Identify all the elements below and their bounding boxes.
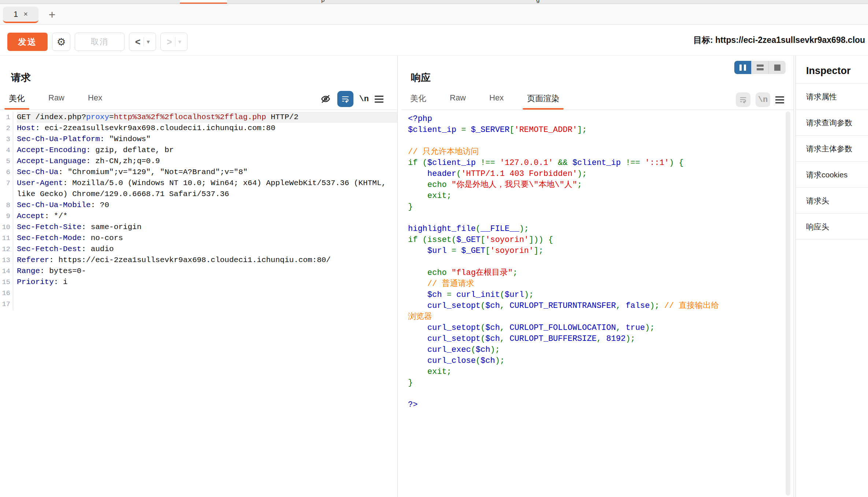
- request-panel: 请求 美化RawHex \n: [0, 56, 398, 497]
- request-line[interactable]: 6Sec-Ch-Ua: "Chromium";v="129", "Not=A?B…: [0, 167, 397, 178]
- request-line[interactable]: 8Sec-Ch-Ua-Mobile: ?0: [0, 200, 397, 211]
- inspector-item-响应头[interactable]: 响应头: [796, 214, 868, 240]
- square-icon: [774, 65, 780, 71]
- cancel-button[interactable]: 取消: [75, 33, 125, 51]
- line-number: 17: [0, 299, 13, 310]
- gear-icon: ⚙: [56, 36, 66, 48]
- plus-icon: +: [49, 8, 56, 22]
- response-code-line: curl_setopt($ch, CURLOPT_RETURNTRANSFER,…: [408, 301, 794, 312]
- line-text: Host: eci-2zea1sullsevkr9ax698.cloudeci1…: [17, 123, 397, 134]
- vertical-scrollbar[interactable]: [786, 111, 790, 496]
- tab-Hex[interactable]: Hex: [84, 93, 106, 109]
- fuzzer-tab-1[interactable]: 1 ×: [3, 7, 38, 23]
- line-number: 9: [0, 211, 13, 222]
- menu-icon[interactable]: [775, 96, 784, 103]
- pause-icon: [738, 65, 747, 71]
- request-line[interactable]: 10Sec-Fetch-Site: same-origin: [0, 222, 397, 233]
- request-line[interactable]: 3Sec-Ch-Ua-Platform: "Windows": [0, 134, 397, 145]
- add-tab-button[interactable]: +: [45, 7, 59, 22]
- inspector-panel: Inspector 请求属性请求查询参数请求主体参数请求cookies请求头响应…: [795, 56, 868, 497]
- request-line[interactable]: 17: [0, 299, 397, 310]
- tab-页面渲染[interactable]: 页面渲染: [523, 93, 563, 109]
- app-window: p g 1 × + 发送 ⚙ 取消 < ▼ > ▼ 目标: https://ec…: [0, 0, 868, 497]
- line-text: User-Agent: Mozilla/5.0 (Windows NT 10.0…: [17, 178, 397, 189]
- request-line[interactable]: 16: [0, 288, 397, 299]
- inspector-item-请求查询参数[interactable]: 请求查询参数: [796, 110, 868, 136]
- request-line[interactable]: 4Accept-Encoding: gzip, deflate, br: [0, 145, 397, 156]
- response-code-line: echo "flag在根目录";: [408, 268, 794, 279]
- newline-icon[interactable]: \n: [359, 95, 369, 104]
- history-back-button[interactable]: < ▼: [129, 33, 156, 51]
- inspector-items: 请求属性请求查询参数请求主体参数请求cookies请求头响应头: [796, 83, 868, 240]
- response-code-line: }: [408, 202, 794, 213]
- history-forward-button[interactable]: > ▼: [160, 33, 188, 51]
- line-number: [0, 189, 13, 200]
- line-text: GET /index.php?proxy=http%3a%2f%2flocalh…: [17, 112, 397, 123]
- request-line[interactable]: 5Accept-Language: zh-CN,zh;q=0.9: [0, 156, 397, 167]
- chevron-left-icon: <: [135, 37, 141, 47]
- request-line[interactable]: 2Host: eci-2zea1sullsevkr9ax698.cloudeci…: [0, 123, 397, 134]
- tab-Raw[interactable]: Raw: [446, 93, 470, 109]
- split-vertical-button[interactable]: [734, 61, 752, 74]
- inspector-item-请求主体参数[interactable]: 请求主体参数: [796, 136, 868, 162]
- word-wrap-icon[interactable]: [337, 91, 353, 107]
- response-panel-title: 响应: [411, 71, 431, 84]
- response-code-line: exit;: [408, 367, 794, 378]
- request-line[interactable]: like Gecko) Chrome/129.0.6668.71 Safari/…: [0, 189, 397, 200]
- response-code-line: highlight_file(__FILE__);: [408, 224, 794, 235]
- response-render-view[interactable]: <?php$client_ip = $_SERVER['REMOTE_ADDR'…: [401, 111, 794, 497]
- request-line[interactable]: 15Priority: i: [0, 277, 397, 288]
- tab-美化[interactable]: 美化: [407, 93, 430, 109]
- clipped-text-fragment: g: [536, 0, 539, 4]
- line-number: 10: [0, 222, 13, 233]
- fuzzer-tab-label: 1: [14, 10, 18, 19]
- response-code-line: // 只允许本地访问: [408, 147, 794, 158]
- request-editor-icons: \n: [320, 91, 383, 107]
- line-number: 12: [0, 244, 13, 255]
- response-code-line: 浏览器: [408, 312, 794, 323]
- inspector-item-请求属性[interactable]: 请求属性: [796, 84, 868, 110]
- request-line[interactable]: 1GET /index.php?proxy=http%3a%2f%2flocal…: [0, 112, 397, 123]
- line-number: 5: [0, 156, 13, 167]
- response-tabs: 美化RawHex页面渲染: [407, 93, 579, 109]
- line-number: 1: [0, 112, 13, 123]
- response-code-line: curl_setopt($ch, CURLOPT_FOLLOWLOCATION,…: [408, 323, 794, 334]
- line-number: 16: [0, 288, 13, 299]
- response-code-line: $url = $_GET['soyorin'];: [408, 246, 794, 257]
- response-code-line: ?>: [408, 400, 794, 411]
- line-text: Sec-Fetch-Mode: no-cors: [17, 233, 397, 244]
- request-line[interactable]: 13Referer: https://eci-2zea1sullsevkr9ax…: [0, 255, 397, 266]
- line-text: Sec-Fetch-Dest: audio: [17, 244, 397, 255]
- line-text: Accept-Language: zh-CN,zh;q=0.9: [17, 156, 397, 167]
- word-wrap-icon[interactable]: [736, 92, 750, 107]
- settings-button[interactable]: ⚙: [52, 33, 70, 51]
- response-code-line: header('HTTP/1.1 403 Forbidden');: [408, 169, 794, 180]
- send-button[interactable]: 发送: [7, 33, 48, 51]
- line-text: [17, 288, 397, 299]
- split-horizontal-button[interactable]: [752, 61, 769, 74]
- tab-Raw[interactable]: Raw: [45, 93, 68, 109]
- line-text: Accept: */*: [17, 211, 397, 222]
- request-line[interactable]: 12Sec-Fetch-Dest: audio: [0, 244, 397, 255]
- tab-美化[interactable]: 美化: [5, 93, 29, 109]
- menu-icon[interactable]: [375, 96, 383, 103]
- line-text: [17, 299, 397, 310]
- response-code-line: <?php: [408, 114, 794, 125]
- clipped-top-tabstrip: p g: [0, 0, 868, 4]
- eye-off-icon[interactable]: [320, 93, 331, 105]
- tab-Hex[interactable]: Hex: [486, 93, 507, 109]
- request-editor[interactable]: 1GET /index.php?proxy=http%3a%2f%2flocal…: [0, 111, 397, 497]
- single-view-button[interactable]: [769, 61, 786, 74]
- inspector-item-请求头[interactable]: 请求头: [796, 188, 868, 214]
- line-text: Accept-Encoding: gzip, deflate, br: [17, 145, 397, 156]
- line-text: Priority: i: [17, 277, 397, 288]
- request-line[interactable]: 11Sec-Fetch-Mode: no-cors: [0, 233, 397, 244]
- request-line[interactable]: 14Range: bytes=0-: [0, 266, 397, 277]
- request-line[interactable]: 9Accept: */*: [0, 211, 397, 222]
- inspector-item-请求cookies[interactable]: 请求cookies: [796, 162, 868, 188]
- line-number: 14: [0, 266, 13, 277]
- response-code-line: [408, 136, 794, 147]
- newline-icon[interactable]: \n: [756, 92, 770, 107]
- close-icon[interactable]: ×: [23, 10, 28, 18]
- request-line[interactable]: 7User-Agent: Mozilla/5.0 (Windows NT 10.…: [0, 178, 397, 189]
